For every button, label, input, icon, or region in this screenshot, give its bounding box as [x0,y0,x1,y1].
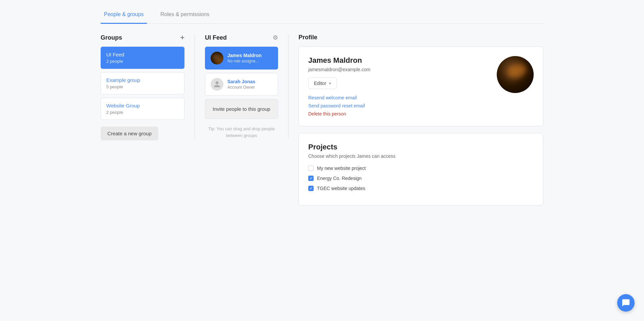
tab-bar: People & groups Roles & permissions [101,7,543,24]
create-new-group-button[interactable]: Create a new group [101,127,158,140]
groups-title: Groups [101,34,122,41]
person-card-sarah[interactable]: Sarah Jonas Account Owner [205,73,278,96]
profile-avatar-photo [497,56,534,93]
gear-icon[interactable]: ⚙ [273,34,278,41]
person-info-james: James Maldron No role assigne... [227,53,262,63]
groups-panel: Groups + UI Feed 2 people Example group … [101,34,195,140]
project-item-tgec-website[interactable]: TGEC website updates [308,186,534,191]
group-item-example-group[interactable]: Example group 5 people [101,72,184,94]
person-name-sarah: Sarah Jonas [227,79,255,84]
feed-title: UI Feed [205,34,227,41]
project-label-tgec-website: TGEC website updates [317,186,365,191]
invite-people-button[interactable]: Invite people to this group [205,99,278,119]
projects-card: Projects Choose which projects James can… [299,133,543,205]
main-layout: Groups + UI Feed 2 people Example group … [101,34,543,205]
feed-panel: UI Feed ⚙ James Maldron No role assigne.… [195,34,288,139]
avatar-james [211,52,223,64]
person-role-sarah: Account Owner [227,85,255,90]
person-role-james: No role assigne... [227,59,262,63]
project-checkbox-my-new-website[interactable] [308,166,314,171]
project-label-energy-co: Energy Co. Redesign [317,176,362,181]
group-name: UI Feed [106,52,179,57]
profile-email: jamesmaldron@example.com [308,67,497,72]
project-checkbox-energy-co[interactable] [308,176,314,181]
projects-subtitle: Choose which projects James can access [308,153,534,159]
projects-title: Projects [308,143,534,151]
profile-panel: Profile James Maldron jamesmaldron@examp… [288,34,543,205]
group-count: 5 people [106,84,179,89]
tab-people-groups[interactable]: People & groups [101,7,147,24]
profile-info: James Maldron jamesmaldron@example.com E… [308,56,497,117]
profile-name: James Maldron [308,56,497,65]
profile-links: Resend welcome email Send password reset… [308,95,497,117]
project-item-energy-co[interactable]: Energy Co. Redesign [308,176,534,181]
group-item-website-group[interactable]: Website Group 2 people [101,98,184,120]
chevron-down-icon: ▾ [329,81,331,86]
person-info-sarah: Sarah Jonas Account Owner [227,79,255,90]
avatar-sarah [211,78,223,91]
groups-panel-header: Groups + [101,34,184,41]
role-dropdown[interactable]: Editor ▾ [308,78,337,89]
project-label-my-new-website: My new website project [317,166,366,171]
send-password-reset-link[interactable]: Send password reset email [308,103,497,108]
profile-title: Profile [299,34,543,41]
group-count: 2 people [106,59,179,64]
person-name-james: James Maldron [227,53,262,58]
group-count: 2 people [106,110,179,115]
group-item-ui-feed[interactable]: UI Feed 2 people [101,47,184,69]
project-checkbox-tgec-website[interactable] [308,186,314,191]
resend-welcome-email-link[interactable]: Resend welcome email [308,95,497,100]
delete-person-link[interactable]: Delete this person [308,111,497,117]
project-item-my-new-website[interactable]: My new website project [308,166,534,171]
group-name: Website Group [106,103,179,108]
person-card-james[interactable]: James Maldron No role assigne... [205,47,278,70]
role-label: Editor [314,81,326,86]
feed-panel-header: UI Feed ⚙ [205,34,278,41]
tab-roles-permissions[interactable]: Roles & permissions [157,7,213,24]
drag-drop-tip: Tip: You can drag and drop people betwee… [205,126,278,139]
add-group-icon[interactable]: + [180,34,184,41]
profile-card: James Maldron jamesmaldron@example.com E… [299,46,543,126]
group-name: Example group [106,77,179,83]
